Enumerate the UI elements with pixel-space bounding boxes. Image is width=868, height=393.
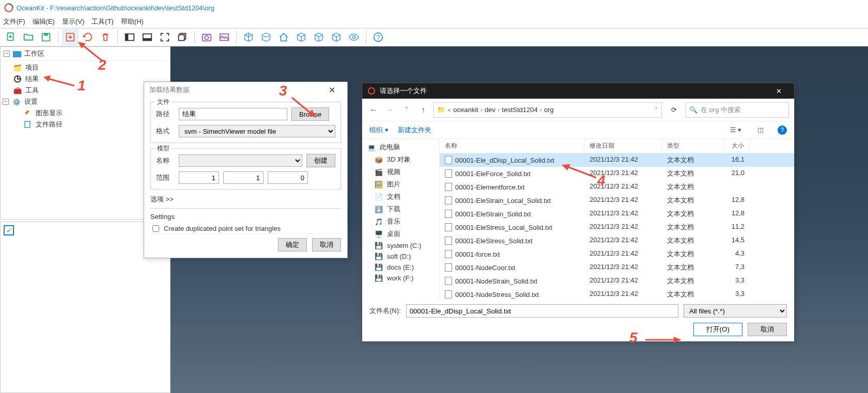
file-row[interactable]: 00001-Ele_dDisp_Local_Solid.txt2021/12/3…: [440, 153, 794, 167]
file-icon: [445, 223, 452, 231]
file-row[interactable]: 00001-EleStrain_Local_Solid.txt2021/12/3…: [440, 194, 794, 207]
eye-icon[interactable]: [346, 29, 362, 45]
tree-3d[interactable]: 📦3D 对象: [362, 153, 439, 166]
options-toggle[interactable]: 选项 >>: [150, 195, 341, 209]
cancel-button[interactable]: 取消: [748, 323, 787, 336]
bc-item[interactable]: dev: [485, 106, 495, 114]
organize-menu[interactable]: 组织 ▾: [369, 125, 389, 135]
tree-item-settings[interactable]: −⚙️设置: [3, 96, 168, 107]
back-icon[interactable]: ←: [367, 105, 380, 115]
range2-input[interactable]: [223, 171, 264, 184]
tree-drive-e[interactable]: 💾docs (E:): [362, 262, 439, 273]
tree-desktop[interactable]: 🖥️桌面: [362, 228, 439, 240]
new-folder-button[interactable]: 新建文件夹: [398, 125, 431, 135]
path-input[interactable]: [179, 108, 287, 120]
tree-root-label: 工作区: [24, 49, 44, 58]
file-name: 00001-Elementforce.txt: [455, 183, 524, 191]
bc-item[interactable]: org: [544, 106, 554, 114]
tree-video[interactable]: 🎬视频: [362, 166, 439, 178]
file-row[interactable]: 00001-NodeStrain_Solid.txt2021/12/3 21:4…: [440, 274, 794, 288]
settings-label: Settings: [150, 213, 341, 221]
duplicate-checkbox[interactable]: [152, 225, 159, 232]
collapse-icon[interactable]: −: [4, 51, 10, 57]
new-file-icon[interactable]: [3, 29, 19, 45]
forward-icon[interactable]: →: [384, 105, 396, 115]
tree-item-filepath[interactable]: 文件路径: [3, 119, 168, 130]
search-input[interactable]: 🔍 在 org 中搜索: [686, 102, 789, 118]
col-type[interactable]: 类型: [662, 139, 724, 153]
col-size[interactable]: 大小: [724, 139, 750, 153]
tree-drive-d[interactable]: 💾soft (D:): [362, 251, 439, 262]
cancel-button[interactable]: 取消: [312, 238, 341, 251]
file-row[interactable]: 00001-EleForce_Solid.txt2021/12/3 21:42文…: [440, 167, 794, 180]
file-row[interactable]: 00001-EleStress_Local_Solid.txt2021/12/3…: [440, 221, 794, 234]
bc-item[interactable]: testStd1204: [502, 106, 537, 114]
box-icon[interactable]: [293, 29, 309, 45]
col-name[interactable]: 名称: [440, 139, 584, 153]
menu-edit[interactable]: 编辑(E): [33, 17, 55, 26]
camera-icon[interactable]: [199, 29, 214, 45]
fullscreen-icon[interactable]: [157, 29, 173, 45]
file-row[interactable]: 00001-NodeCoor.txt2021/12/3 21:42文本文档7,3: [440, 261, 794, 274]
panel-left-icon[interactable]: [122, 29, 137, 45]
file-dialog-titlebar[interactable]: 请选择一个文件 ✕: [362, 83, 794, 99]
tree-item-graphics[interactable]: 图形显示: [3, 107, 168, 119]
menu-file[interactable]: 文件(F): [3, 17, 25, 26]
range3-input[interactable]: [268, 171, 308, 184]
range1-input[interactable]: [179, 171, 219, 184]
open-button[interactable]: 打开(O): [693, 323, 742, 336]
menu-help[interactable]: 帮助(H): [121, 17, 144, 26]
tree-drive-f[interactable]: 💾work (F:): [362, 273, 439, 284]
close-icon[interactable]: ✕: [321, 83, 342, 97]
file-icon: [445, 156, 452, 164]
file-row[interactable]: 00001-NodeStress_Solid.txt2021/12/3 21:4…: [440, 288, 794, 299]
image-icon[interactable]: [216, 29, 232, 45]
help-icon[interactable]: ?: [778, 125, 787, 135]
filter-select[interactable]: All files (*.*): [684, 304, 787, 318]
help-icon[interactable]: ?: [370, 29, 386, 45]
menu-view[interactable]: 显示(V): [62, 17, 84, 26]
home-icon[interactable]: [276, 29, 291, 45]
tree-thispc[interactable]: 💻此电脑: [362, 141, 439, 153]
ok-button[interactable]: 确定: [278, 238, 307, 251]
svg-marker-26: [308, 109, 316, 118]
search-icon: 🔍: [689, 106, 698, 114]
rotate-icon[interactable]: [258, 29, 274, 45]
box2-icon[interactable]: [311, 29, 327, 45]
file-row[interactable]: 00001-force.txt2021/12/3 21:42文本文档4,3: [440, 247, 794, 261]
svg-rect-17: [13, 51, 21, 57]
up-icon[interactable]: ↑: [417, 105, 429, 115]
expand-icon[interactable]: −: [3, 99, 9, 105]
tree-docs[interactable]: 📄文档: [362, 191, 439, 203]
history-icon[interactable]: ˅: [400, 106, 413, 114]
open-folder-icon[interactable]: [21, 29, 36, 45]
filename-input[interactable]: [406, 304, 678, 318]
name-select[interactable]: [179, 154, 302, 167]
tree-downloads[interactable]: ⬇️下载: [362, 203, 439, 215]
check-icon[interactable]: ✓: [4, 225, 14, 235]
panel-bottom-icon[interactable]: [140, 29, 155, 45]
menu-tools[interactable]: 工具(T): [91, 17, 114, 26]
format-select[interactable]: svm - SimechViewer model file: [179, 125, 335, 137]
bc-item[interactable]: oceankit: [453, 106, 478, 114]
cube-icon[interactable]: [241, 29, 256, 45]
breadcrumb[interactable]: 📁 « oceankit› dev› testStd1204› org ˅: [433, 102, 662, 118]
add-icon[interactable]: [63, 29, 78, 45]
box3-icon[interactable]: [329, 29, 344, 45]
tree-music[interactable]: 🎵音乐: [362, 215, 439, 228]
col-date[interactable]: 修改日期: [584, 139, 662, 153]
chevron-down-icon[interactable]: ˅: [655, 106, 658, 114]
tree-drive-c[interactable]: 💾system (C:): [362, 240, 439, 251]
refresh-icon[interactable]: ⟳: [666, 102, 681, 118]
close-icon[interactable]: ✕: [768, 83, 789, 99]
layers-icon[interactable]: [175, 29, 190, 45]
file-row[interactable]: 00001-EleStress_Solid.txt2021/12/3 21:42…: [440, 234, 794, 247]
file-date: 2021/12/3 21:42: [584, 235, 662, 246]
file-row[interactable]: 00001-EleStrain_Solid.txt2021/12/3 21:42…: [440, 207, 794, 221]
view-preview-icon[interactable]: ◫: [753, 124, 768, 136]
create-button[interactable]: 创建: [306, 154, 335, 167]
file-row[interactable]: 00001-Elementforce.txt2021/12/3 21:42文本文…: [440, 180, 794, 194]
tree-pictures[interactable]: 🖼️图片: [362, 178, 439, 191]
save-icon[interactable]: [38, 29, 54, 45]
view-list-icon[interactable]: ☰ ▾: [728, 124, 743, 136]
